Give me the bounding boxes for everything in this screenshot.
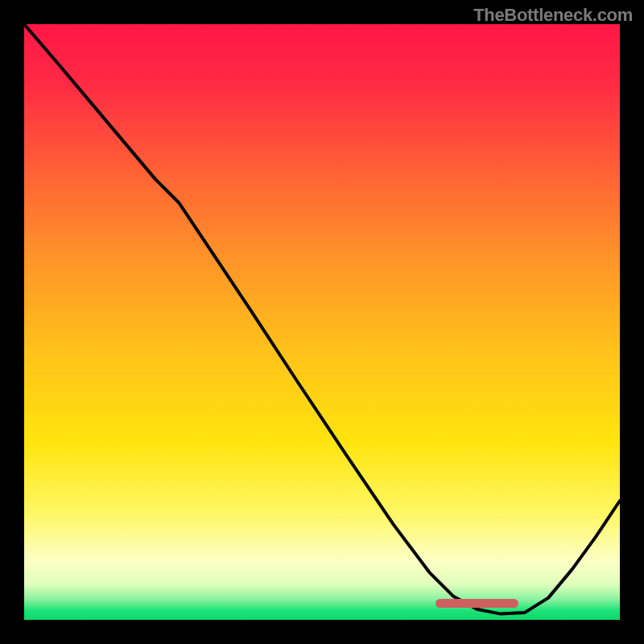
line-series (24, 24, 620, 620)
watermark-text: TheBottleneck.com (473, 5, 633, 26)
chart-frame: TheBottleneck.com (0, 0, 644, 644)
plot-area (24, 24, 620, 620)
optimal-range-marker (436, 599, 519, 608)
